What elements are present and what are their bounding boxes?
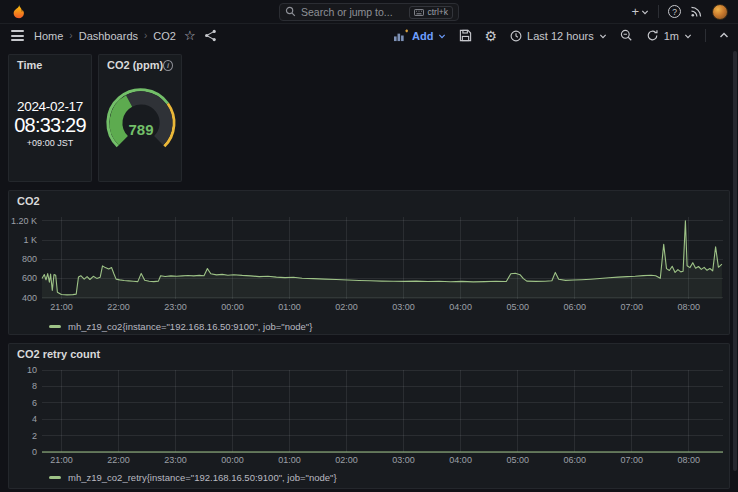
divider [705, 29, 706, 42]
panel-co2-retry[interactable]: CO2 retry count 21:0022:0023:0000:0001:0… [8, 343, 730, 489]
svg-text:02:00: 02:00 [335, 455, 358, 465]
co2-gauge: 789 [99, 75, 181, 169]
svg-text:0: 0 [32, 447, 37, 457]
help-icon[interactable]: ? [668, 5, 681, 18]
svg-text:800: 800 [22, 254, 37, 264]
legend-swatch [49, 325, 61, 329]
breadcrumb-current: CO2 [153, 30, 176, 42]
refresh-picker[interactable]: 1m [646, 29, 692, 42]
svg-text:06:00: 06:00 [563, 302, 586, 312]
svg-text:03:00: 03:00 [392, 455, 415, 465]
svg-text:600: 600 [22, 273, 37, 283]
svg-text:1.20 K: 1.20 K [11, 216, 37, 226]
dashboard-toolbar: Home › Dashboards › CO2 ☆ Add [0, 24, 738, 47]
search-input[interactable]: Search or jump to... ctrl+k [279, 3, 459, 21]
share-icon[interactable] [204, 29, 217, 42]
svg-text:05:00: 05:00 [506, 302, 529, 312]
menu-icon[interactable] [9, 28, 26, 43]
svg-text:1 K: 1 K [23, 235, 37, 245]
panel-title[interactable]: CO2 (ppm) [107, 59, 163, 71]
toolbar-right-actions: Add ⚙ Last 12 hours [393, 28, 729, 44]
stat-date: 2024-02-17 [17, 99, 83, 114]
news-icon[interactable] [690, 5, 703, 18]
svg-text:08:00: 08:00 [678, 455, 701, 465]
breadcrumb-separator: › [69, 30, 72, 41]
legend-label: mh_z19_co2_retry{instance="192.168.16.50… [68, 472, 337, 483]
svg-text:06:00: 06:00 [563, 455, 586, 465]
chevron-down-icon [641, 8, 649, 16]
breadcrumb-separator: › [144, 30, 147, 41]
search-placeholder: Search or jump to... [301, 6, 404, 18]
legend-item[interactable]: mh_z19_co2_retry{instance="192.168.16.50… [9, 470, 729, 485]
save-dashboard-icon[interactable] [459, 29, 472, 42]
svg-text:00:00: 00:00 [221, 302, 244, 312]
stat-time: 08:33:29 [14, 114, 85, 137]
user-avatar[interactable] [712, 4, 728, 20]
svg-text:01:00: 01:00 [278, 455, 301, 465]
svg-text:08:00: 08:00 [678, 302, 701, 312]
svg-text:04:00: 04:00 [449, 455, 472, 465]
grafana-logo-icon[interactable] [10, 3, 28, 21]
graph-add-icon [393, 29, 408, 42]
legend-swatch [49, 476, 61, 480]
svg-text:05:00: 05:00 [506, 455, 529, 465]
shortcut-hint: ctrl+k [409, 6, 453, 19]
svg-text:03:00: 03:00 [392, 302, 415, 312]
panel-title[interactable]: CO2 retry count [9, 344, 729, 364]
co2-retry-chart-plot[interactable]: 21:0022:0023:0000:0001:0002:0003:0004:00… [9, 364, 729, 470]
svg-text:00:00: 00:00 [221, 455, 244, 465]
co2-chart-plot[interactable]: 21:0022:0023:0000:0001:0002:0003:0004:00… [9, 211, 729, 319]
svg-text:400: 400 [22, 293, 37, 303]
svg-text:01:00: 01:00 [278, 302, 301, 312]
time-range-picker[interactable]: Last 12 hours [510, 30, 607, 42]
time-stat: 2024-02-17 08:33:29 +09:00 JST [9, 75, 91, 171]
svg-text:07:00: 07:00 [620, 302, 643, 312]
svg-text:23:00: 23:00 [164, 455, 187, 465]
gauge-value: 789 [128, 121, 153, 138]
legend-label: mh_z19_co2{instance="192.168.16.50:9100"… [68, 321, 312, 332]
stat-timezone: +09:00 JST [27, 138, 73, 148]
info-icon[interactable]: i [163, 60, 173, 71]
scrollbar[interactable] [733, 51, 737, 471]
grafana-app: Search or jump to... ctrl+k + ? [0, 0, 738, 492]
legend-item[interactable]: mh_z19_co2{instance="192.168.16.50:9100"… [9, 319, 729, 334]
dashboard-canvas: Time 2024-02-17 08:33:29 +09:00 JST CO2 … [0, 47, 738, 492]
clock-icon [510, 30, 522, 42]
zoom-out-icon[interactable] [620, 29, 633, 42]
svg-text:21:00: 21:00 [50, 302, 73, 312]
svg-text:04:00: 04:00 [449, 302, 472, 312]
svg-text:4: 4 [32, 414, 37, 424]
add-button[interactable]: Add [393, 29, 445, 42]
search-icon [285, 6, 296, 19]
new-menu-button[interactable]: + [631, 4, 649, 19]
chevron-down-icon [438, 32, 446, 40]
svg-text:22:00: 22:00 [107, 455, 130, 465]
divider [658, 5, 659, 18]
collapse-toolbar-icon[interactable] [719, 31, 729, 40]
chevron-down-icon [684, 32, 692, 40]
panel-co2-gauge[interactable]: CO2 (ppm) i 789 [98, 54, 182, 182]
breadcrumb: Home › Dashboards › CO2 [34, 30, 176, 42]
plus-icon: + [631, 4, 639, 19]
settings-gear-icon[interactable]: ⚙ [485, 28, 498, 44]
panel-time[interactable]: Time 2024-02-17 08:33:29 +09:00 JST [8, 54, 92, 182]
svg-text:10: 10 [27, 365, 37, 375]
svg-text:23:00: 23:00 [164, 302, 187, 312]
panel-title[interactable]: Time [9, 55, 91, 75]
top-nav: Search or jump to... ctrl+k + ? [0, 0, 738, 24]
nav-right-actions: + ? [631, 4, 728, 20]
svg-text:22:00: 22:00 [107, 302, 130, 312]
svg-text:02:00: 02:00 [335, 302, 358, 312]
svg-text:07:00: 07:00 [620, 455, 643, 465]
panel-co2-timeseries[interactable]: CO2 21:0022:0023:0000:0001:0002:0003:000… [8, 190, 730, 335]
keyboard-icon [414, 9, 424, 16]
svg-text:2: 2 [32, 431, 37, 441]
svg-text:8: 8 [32, 381, 37, 391]
chevron-down-icon [599, 32, 607, 40]
refresh-icon [646, 29, 659, 42]
breadcrumb-dashboards[interactable]: Dashboards [79, 30, 138, 42]
svg-text:21:00: 21:00 [50, 455, 73, 465]
breadcrumb-home[interactable]: Home [34, 30, 63, 42]
favorite-star-icon[interactable]: ☆ [184, 29, 196, 42]
panel-title[interactable]: CO2 [9, 191, 729, 211]
